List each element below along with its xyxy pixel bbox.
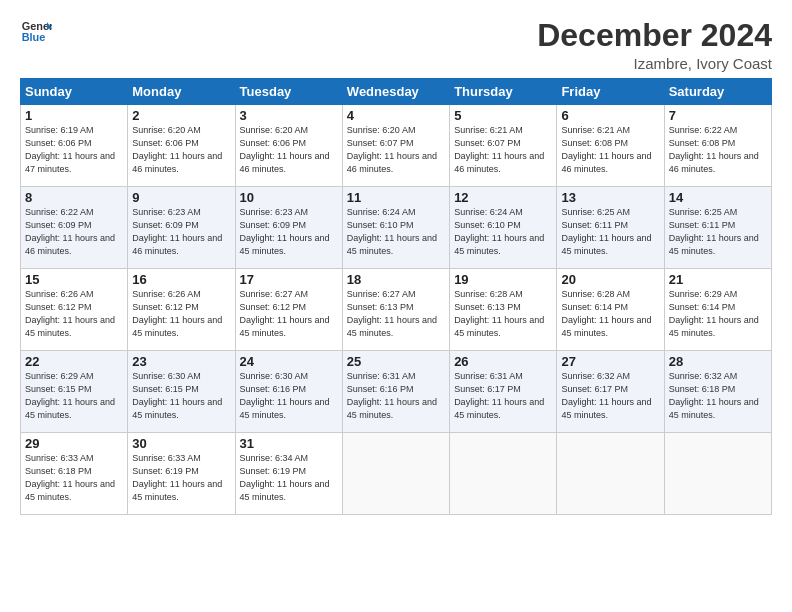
- day-number: 31: [240, 436, 338, 451]
- calendar-cell: [664, 433, 771, 515]
- day-number: 6: [561, 108, 659, 123]
- day-info: Sunrise: 6:28 AMSunset: 6:13 PMDaylight:…: [454, 288, 552, 340]
- day-info: Sunrise: 6:23 AMSunset: 6:09 PMDaylight:…: [240, 206, 338, 258]
- calendar-cell: 12Sunrise: 6:24 AMSunset: 6:10 PMDayligh…: [450, 187, 557, 269]
- day-number: 9: [132, 190, 230, 205]
- day-info: Sunrise: 6:20 AMSunset: 6:06 PMDaylight:…: [240, 124, 338, 176]
- calendar-week-4: 22Sunrise: 6:29 AMSunset: 6:15 PMDayligh…: [21, 351, 772, 433]
- calendar-cell: 23Sunrise: 6:30 AMSunset: 6:15 PMDayligh…: [128, 351, 235, 433]
- calendar-week-5: 29Sunrise: 6:33 AMSunset: 6:18 PMDayligh…: [21, 433, 772, 515]
- day-number: 26: [454, 354, 552, 369]
- calendar-week-3: 15Sunrise: 6:26 AMSunset: 6:12 PMDayligh…: [21, 269, 772, 351]
- calendar-table: Sunday Monday Tuesday Wednesday Thursday…: [20, 78, 772, 515]
- day-number: 8: [25, 190, 123, 205]
- day-info: Sunrise: 6:28 AMSunset: 6:14 PMDaylight:…: [561, 288, 659, 340]
- day-number: 5: [454, 108, 552, 123]
- calendar-cell: 6Sunrise: 6:21 AMSunset: 6:08 PMDaylight…: [557, 105, 664, 187]
- svg-text:Blue: Blue: [22, 31, 46, 43]
- title-block: December 2024 Izambre, Ivory Coast: [537, 18, 772, 72]
- day-number: 7: [669, 108, 767, 123]
- day-info: Sunrise: 6:30 AMSunset: 6:15 PMDaylight:…: [132, 370, 230, 422]
- calendar-cell: 28Sunrise: 6:32 AMSunset: 6:18 PMDayligh…: [664, 351, 771, 433]
- day-number: 2: [132, 108, 230, 123]
- day-info: Sunrise: 6:21 AMSunset: 6:08 PMDaylight:…: [561, 124, 659, 176]
- calendar-cell: 24Sunrise: 6:30 AMSunset: 6:16 PMDayligh…: [235, 351, 342, 433]
- calendar-cell: 31Sunrise: 6:34 AMSunset: 6:19 PMDayligh…: [235, 433, 342, 515]
- day-number: 1: [25, 108, 123, 123]
- day-info: Sunrise: 6:24 AMSunset: 6:10 PMDaylight:…: [454, 206, 552, 258]
- calendar-cell: 13Sunrise: 6:25 AMSunset: 6:11 PMDayligh…: [557, 187, 664, 269]
- day-number: 19: [454, 272, 552, 287]
- day-info: Sunrise: 6:22 AMSunset: 6:08 PMDaylight:…: [669, 124, 767, 176]
- calendar-cell: 2Sunrise: 6:20 AMSunset: 6:06 PMDaylight…: [128, 105, 235, 187]
- calendar-cell: 4Sunrise: 6:20 AMSunset: 6:07 PMDaylight…: [342, 105, 449, 187]
- day-number: 13: [561, 190, 659, 205]
- calendar-cell: 18Sunrise: 6:27 AMSunset: 6:13 PMDayligh…: [342, 269, 449, 351]
- calendar-cell: 9Sunrise: 6:23 AMSunset: 6:09 PMDaylight…: [128, 187, 235, 269]
- day-info: Sunrise: 6:29 AMSunset: 6:15 PMDaylight:…: [25, 370, 123, 422]
- calendar-week-1: 1Sunrise: 6:19 AMSunset: 6:06 PMDaylight…: [21, 105, 772, 187]
- day-number: 24: [240, 354, 338, 369]
- day-header-row: Sunday Monday Tuesday Wednesday Thursday…: [21, 79, 772, 105]
- day-number: 23: [132, 354, 230, 369]
- header-monday: Monday: [128, 79, 235, 105]
- calendar-cell: 14Sunrise: 6:25 AMSunset: 6:11 PMDayligh…: [664, 187, 771, 269]
- day-info: Sunrise: 6:30 AMSunset: 6:16 PMDaylight:…: [240, 370, 338, 422]
- location-subtitle: Izambre, Ivory Coast: [537, 55, 772, 72]
- calendar-cell: 19Sunrise: 6:28 AMSunset: 6:13 PMDayligh…: [450, 269, 557, 351]
- day-number: 22: [25, 354, 123, 369]
- calendar-cell: 8Sunrise: 6:22 AMSunset: 6:09 PMDaylight…: [21, 187, 128, 269]
- calendar-cell: 7Sunrise: 6:22 AMSunset: 6:08 PMDaylight…: [664, 105, 771, 187]
- calendar-cell: 25Sunrise: 6:31 AMSunset: 6:16 PMDayligh…: [342, 351, 449, 433]
- calendar-cell: [342, 433, 449, 515]
- day-number: 12: [454, 190, 552, 205]
- header-saturday: Saturday: [664, 79, 771, 105]
- calendar-cell: 1Sunrise: 6:19 AMSunset: 6:06 PMDaylight…: [21, 105, 128, 187]
- day-info: Sunrise: 6:25 AMSunset: 6:11 PMDaylight:…: [561, 206, 659, 258]
- day-info: Sunrise: 6:31 AMSunset: 6:16 PMDaylight:…: [347, 370, 445, 422]
- calendar-cell: 27Sunrise: 6:32 AMSunset: 6:17 PMDayligh…: [557, 351, 664, 433]
- day-number: 29: [25, 436, 123, 451]
- day-info: Sunrise: 6:20 AMSunset: 6:06 PMDaylight:…: [132, 124, 230, 176]
- calendar-cell: 11Sunrise: 6:24 AMSunset: 6:10 PMDayligh…: [342, 187, 449, 269]
- header-tuesday: Tuesday: [235, 79, 342, 105]
- calendar-cell: 3Sunrise: 6:20 AMSunset: 6:06 PMDaylight…: [235, 105, 342, 187]
- day-info: Sunrise: 6:19 AMSunset: 6:06 PMDaylight:…: [25, 124, 123, 176]
- calendar-cell: 21Sunrise: 6:29 AMSunset: 6:14 PMDayligh…: [664, 269, 771, 351]
- day-number: 18: [347, 272, 445, 287]
- calendar-week-2: 8Sunrise: 6:22 AMSunset: 6:09 PMDaylight…: [21, 187, 772, 269]
- calendar-cell: 29Sunrise: 6:33 AMSunset: 6:18 PMDayligh…: [21, 433, 128, 515]
- day-number: 21: [669, 272, 767, 287]
- logo: General Blue: [20, 18, 52, 46]
- day-info: Sunrise: 6:23 AMSunset: 6:09 PMDaylight:…: [132, 206, 230, 258]
- day-info: Sunrise: 6:29 AMSunset: 6:14 PMDaylight:…: [669, 288, 767, 340]
- calendar-cell: 22Sunrise: 6:29 AMSunset: 6:15 PMDayligh…: [21, 351, 128, 433]
- day-number: 27: [561, 354, 659, 369]
- logo-icon: General Blue: [20, 18, 52, 46]
- calendar-cell: 30Sunrise: 6:33 AMSunset: 6:19 PMDayligh…: [128, 433, 235, 515]
- day-number: 28: [669, 354, 767, 369]
- day-info: Sunrise: 6:31 AMSunset: 6:17 PMDaylight:…: [454, 370, 552, 422]
- calendar-cell: [557, 433, 664, 515]
- day-number: 11: [347, 190, 445, 205]
- day-info: Sunrise: 6:26 AMSunset: 6:12 PMDaylight:…: [25, 288, 123, 340]
- day-info: Sunrise: 6:22 AMSunset: 6:09 PMDaylight:…: [25, 206, 123, 258]
- header: General Blue December 2024 Izambre, Ivor…: [20, 18, 772, 72]
- day-number: 15: [25, 272, 123, 287]
- day-number: 20: [561, 272, 659, 287]
- day-info: Sunrise: 6:34 AMSunset: 6:19 PMDaylight:…: [240, 452, 338, 504]
- day-info: Sunrise: 6:32 AMSunset: 6:18 PMDaylight:…: [669, 370, 767, 422]
- day-number: 4: [347, 108, 445, 123]
- calendar-page: General Blue December 2024 Izambre, Ivor…: [0, 0, 792, 612]
- header-wednesday: Wednesday: [342, 79, 449, 105]
- header-friday: Friday: [557, 79, 664, 105]
- day-info: Sunrise: 6:27 AMSunset: 6:12 PMDaylight:…: [240, 288, 338, 340]
- calendar-cell: 17Sunrise: 6:27 AMSunset: 6:12 PMDayligh…: [235, 269, 342, 351]
- calendar-cell: 10Sunrise: 6:23 AMSunset: 6:09 PMDayligh…: [235, 187, 342, 269]
- day-info: Sunrise: 6:21 AMSunset: 6:07 PMDaylight:…: [454, 124, 552, 176]
- header-sunday: Sunday: [21, 79, 128, 105]
- day-info: Sunrise: 6:26 AMSunset: 6:12 PMDaylight:…: [132, 288, 230, 340]
- day-number: 17: [240, 272, 338, 287]
- day-number: 10: [240, 190, 338, 205]
- calendar-cell: [450, 433, 557, 515]
